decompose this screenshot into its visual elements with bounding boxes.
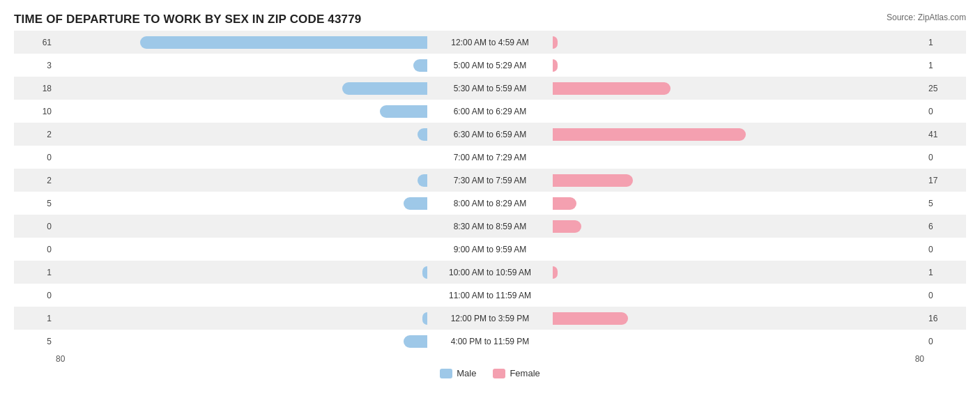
- bars-center: 12:00 AM to 4:59 AM: [56, 31, 924, 54]
- time-label: 7:00 AM to 7:29 AM: [454, 153, 527, 162]
- female-value: 0: [924, 107, 966, 116]
- male-value: 5: [14, 337, 56, 346]
- female-value: 0: [924, 153, 966, 162]
- male-bar: [413, 59, 427, 72]
- table-row: 5 8:00 AM to 8:29 AM 5: [14, 192, 966, 215]
- axis-left-label: 80: [56, 354, 65, 364]
- table-row: 0 8:30 AM to 8:59 AM 6: [14, 215, 966, 238]
- female-bar: [553, 36, 558, 49]
- chart-title: TIME OF DEPARTURE TO WORK BY SEX IN ZIP …: [14, 13, 966, 26]
- female-value: 25: [924, 84, 966, 93]
- time-label: 11:00 AM to 11:59 AM: [449, 291, 531, 300]
- male-value: 61: [14, 38, 56, 47]
- male-bar: [422, 312, 427, 325]
- female-bar: [553, 128, 746, 141]
- time-label: 7:30 AM to 7:59 AM: [454, 176, 527, 185]
- male-value: 0: [14, 291, 56, 300]
- female-value: 0: [924, 337, 966, 346]
- female-legend-box: [493, 369, 505, 378]
- male-legend-box: [440, 369, 452, 378]
- female-value: 17: [924, 176, 966, 185]
- bars-center: 7:00 AM to 7:29 AM: [56, 146, 924, 169]
- bars-center: 4:00 PM to 11:59 PM: [56, 330, 924, 353]
- bars-center: 6:00 AM to 6:29 AM: [56, 100, 924, 123]
- male-value: 1: [14, 268, 56, 277]
- male-value: 1: [14, 314, 56, 323]
- male-bar: [404, 335, 427, 348]
- time-label: 6:00 AM to 6:29 AM: [454, 107, 527, 116]
- legend-female: Female: [493, 368, 539, 378]
- female-value: 1: [924, 61, 966, 70]
- bars-center: 10:00 AM to 10:59 AM: [56, 261, 924, 284]
- table-row: 2 7:30 AM to 7:59 AM 17: [14, 169, 966, 192]
- male-bar: [418, 128, 427, 141]
- time-label: 4:00 PM to 11:59 PM: [451, 337, 530, 346]
- female-bar: [553, 59, 558, 72]
- bars-center: 9:00 AM to 9:59 AM: [56, 238, 924, 261]
- female-bar: [553, 312, 628, 325]
- male-value: 2: [14, 130, 56, 139]
- male-bar: [342, 82, 427, 95]
- table-row: 18 5:30 AM to 5:59 AM 25: [14, 77, 966, 100]
- female-legend-label: Female: [510, 368, 539, 378]
- female-value: 16: [924, 314, 966, 323]
- table-row: 5 4:00 PM to 11:59 PM 0: [14, 330, 966, 353]
- bars-center: 8:00 AM to 8:29 AM: [56, 192, 924, 215]
- bars-center: 7:30 AM to 7:59 AM: [56, 169, 924, 192]
- legend-male: Male: [440, 368, 476, 378]
- male-bar-wrap: [140, 36, 490, 49]
- female-value: 5: [924, 199, 966, 208]
- table-row: 0 9:00 AM to 9:59 AM 0: [14, 238, 966, 261]
- female-bar: [553, 220, 581, 233]
- male-value: 3: [14, 61, 56, 70]
- female-value: 1: [924, 268, 966, 277]
- female-bar-wrap: [490, 128, 746, 141]
- time-label: 12:00 PM to 3:59 PM: [451, 314, 530, 323]
- bars-center: 11:00 AM to 11:59 AM: [56, 284, 924, 307]
- time-label: 10:00 AM to 10:59 AM: [449, 268, 531, 277]
- male-bar: [140, 36, 427, 49]
- female-bar: [553, 197, 576, 210]
- bars-center: 5:30 AM to 5:59 AM: [56, 77, 924, 100]
- female-bar: [553, 82, 671, 95]
- male-bar: [422, 266, 427, 279]
- female-value: 0: [924, 245, 966, 254]
- table-row: 2 6:30 AM to 6:59 AM 41: [14, 123, 966, 146]
- male-value: 0: [14, 245, 56, 254]
- male-value: 0: [14, 153, 56, 162]
- bars-center: 5:00 AM to 5:29 AM: [56, 54, 924, 77]
- chart-area: 61 12:00 AM to 4:59 AM 1 3 5:00 AM to 5:…: [14, 31, 966, 353]
- male-value: 10: [14, 107, 56, 116]
- female-bar: [553, 174, 633, 187]
- male-value: 0: [14, 222, 56, 231]
- table-row: 10 6:00 AM to 6:29 AM 0: [14, 100, 966, 123]
- axis-right-label: 80: [915, 354, 924, 364]
- female-value: 1: [924, 38, 966, 47]
- male-bar: [418, 174, 427, 187]
- bars-center: 6:30 AM to 6:59 AM: [56, 123, 924, 146]
- time-label: 8:00 AM to 8:29 AM: [454, 199, 527, 208]
- bars-center: 8:30 AM to 8:59 AM: [56, 215, 924, 238]
- table-row: 1 12:00 PM to 3:59 PM 16: [14, 307, 966, 330]
- male-value: 5: [14, 199, 56, 208]
- male-value: 18: [14, 84, 56, 93]
- table-row: 0 11:00 AM to 11:59 AM 0: [14, 284, 966, 307]
- female-bar: [553, 266, 558, 279]
- time-label: 8:30 AM to 8:59 AM: [454, 222, 527, 231]
- time-label: 6:30 AM to 6:59 AM: [454, 130, 527, 139]
- female-value: 0: [924, 291, 966, 300]
- female-value: 41: [924, 130, 966, 139]
- female-value: 6: [924, 222, 966, 231]
- chart-container: TIME OF DEPARTURE TO WORK BY SEX IN ZIP …: [0, 0, 980, 414]
- time-label: 5:00 AM to 5:29 AM: [454, 61, 527, 70]
- male-value: 2: [14, 176, 56, 185]
- legend: Male Female: [14, 368, 966, 378]
- time-label: 5:30 AM to 5:59 AM: [454, 84, 527, 93]
- source-text: Source: ZipAtlas.com: [887, 13, 966, 22]
- table-row: 61 12:00 AM to 4:59 AM 1: [14, 31, 966, 54]
- time-label: 12:00 AM to 4:59 AM: [451, 38, 528, 47]
- table-row: 0 7:00 AM to 7:29 AM 0: [14, 146, 966, 169]
- bars-center: 12:00 PM to 3:59 PM: [56, 307, 924, 330]
- male-bar: [380, 105, 427, 118]
- male-legend-label: Male: [457, 368, 476, 378]
